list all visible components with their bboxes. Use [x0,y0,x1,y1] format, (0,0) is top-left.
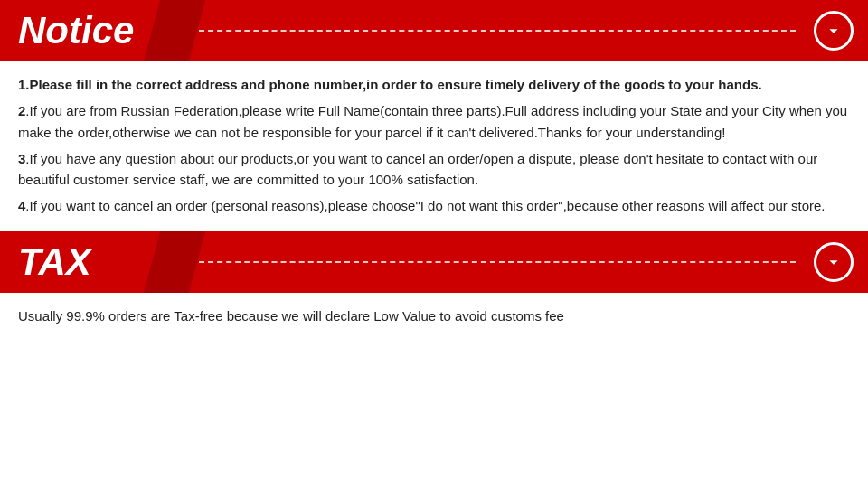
notice-item-2: 2.If you are from Russian Federation,ple… [18,100,850,143]
tax-divider [199,261,796,263]
notice-divider [199,30,796,32]
chevron-down-icon [824,252,844,272]
tax-header: TAX [0,231,868,293]
notice-content: 1.Please fill in the correct address and… [0,61,868,231]
notice-title: Notice [0,9,181,52]
tax-item-1: Usually 99.9% orders are Tax-free becaus… [18,305,850,326]
notice-collapse-icon[interactable] [814,11,854,51]
tax-content: Usually 99.9% orders are Tax-free becaus… [0,293,868,341]
notice-header: Notice [0,0,868,61]
chevron-down-icon [824,21,844,41]
notice-item-4: 4.If you want to cancel an order (person… [18,195,850,216]
notice-item-3: 3.If you have any question about our pro… [18,148,850,191]
tax-collapse-icon[interactable] [814,242,854,282]
notice-item-1: 1.Please fill in the correct address and… [18,74,850,95]
tax-title: TAX [0,240,181,284]
